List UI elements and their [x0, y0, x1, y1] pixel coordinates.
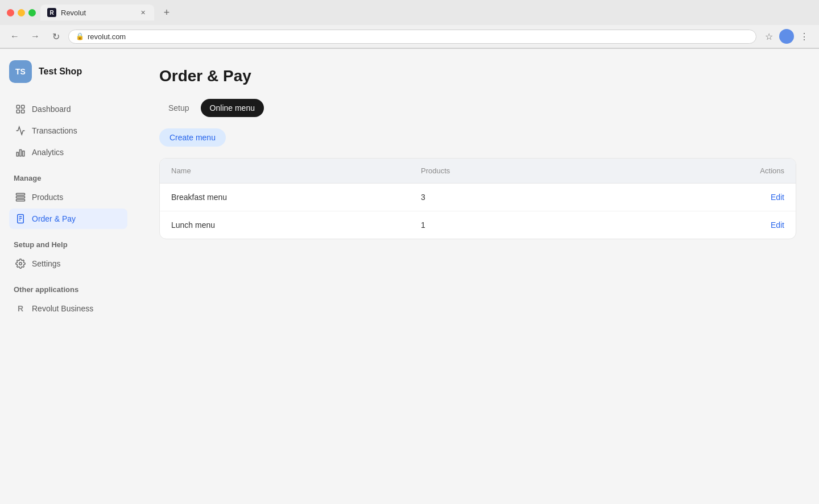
tab-setup[interactable]: Setup	[159, 99, 198, 117]
lock-icon: 🔒	[76, 32, 84, 40]
analytics-icon	[15, 147, 26, 158]
shop-name: Test Shop	[39, 66, 82, 77]
svg-rect-6	[23, 151, 24, 156]
dashboard-icon	[15, 103, 26, 115]
manage-section-label: Manage	[9, 174, 127, 182]
more-options-button[interactable]: ⋮	[796, 28, 812, 44]
traffic-lights	[7, 9, 36, 16]
sidebar-item-transactions-label: Transactions	[32, 126, 77, 135]
create-menu-button[interactable]: Create menu	[159, 128, 226, 147]
sidebar-item-transactions[interactable]: Transactions	[9, 120, 127, 141]
page-title: Order & Pay	[159, 67, 796, 85]
back-button[interactable]: ←	[7, 28, 23, 44]
row-1-edit-button[interactable]: Edit	[771, 220, 784, 230]
sidebar-item-analytics-label: Analytics	[32, 148, 64, 157]
svg-rect-5	[20, 150, 22, 156]
app-container: TS Test Shop Dashboard Transac	[0, 49, 819, 504]
setup-section-label: Setup and Help	[9, 240, 127, 249]
browser-tab[interactable]: R Revolut ✕	[40, 5, 154, 20]
sidebar-item-dashboard[interactable]: Dashboard	[9, 99, 127, 119]
browser-toolbar: ← → ↻ 🔒 revolut.com ☆ ⋮	[0, 25, 819, 48]
minimize-window-button[interactable]	[18, 9, 25, 16]
row-0-products: 3	[421, 193, 671, 202]
new-tab-button[interactable]: +	[159, 5, 175, 20]
tab-favicon: R	[47, 8, 56, 17]
svg-rect-1	[22, 105, 24, 108]
toolbar-actions: ☆ ⋮	[761, 28, 812, 44]
order-pay-icon	[15, 213, 26, 224]
table-row: Breakfast menu 3 Edit	[160, 184, 796, 211]
sidebar-item-revolut-business-label: Revolut Business	[32, 304, 93, 313]
other-section-label: Other applications	[9, 285, 127, 294]
row-0-actions: Edit	[671, 193, 784, 202]
sidebar-item-order-pay[interactable]: Order & Pay	[9, 209, 127, 229]
sidebar-item-order-pay-label: Order & Pay	[32, 214, 76, 223]
transactions-icon	[15, 125, 26, 136]
shop-avatar: TS	[9, 60, 32, 83]
tab-online-menu[interactable]: Online menu	[201, 99, 264, 117]
column-header-actions: Actions	[671, 166, 784, 175]
sidebar-item-settings-label: Settings	[32, 259, 61, 268]
svg-rect-2	[16, 110, 19, 113]
browser-chrome: R Revolut ✕ + ← → ↻ 🔒 revolut.com ☆ ⋮	[0, 0, 819, 49]
sidebar-item-analytics[interactable]: Analytics	[9, 142, 127, 163]
refresh-button[interactable]: ↻	[48, 28, 64, 44]
table-header: Name Products Actions	[160, 159, 796, 184]
row-0-name: Breakfast menu	[171, 193, 421, 202]
sidebar-item-revolut-business[interactable]: R Revolut Business	[9, 298, 127, 319]
tab-close-button[interactable]: ✕	[138, 8, 147, 17]
sidebar-item-products[interactable]: Products	[9, 187, 127, 207]
close-window-button[interactable]	[7, 9, 14, 16]
tab-title: Revolut	[61, 9, 86, 17]
forward-button[interactable]: →	[27, 28, 43, 44]
svg-rect-8	[16, 197, 25, 198]
row-1-products: 1	[421, 220, 671, 230]
browser-titlebar: R Revolut ✕ +	[0, 0, 819, 25]
svg-rect-9	[16, 199, 25, 201]
row-1-name: Lunch menu	[171, 220, 421, 230]
sidebar: TS Test Shop Dashboard Transac	[0, 49, 136, 504]
column-header-products: Products	[421, 166, 671, 175]
main-content: Order & Pay Setup Online menu Create men…	[136, 49, 819, 504]
sidebar-item-dashboard-label: Dashboard	[32, 105, 71, 114]
svg-rect-4	[16, 152, 18, 156]
svg-point-14	[19, 263, 22, 265]
address-bar[interactable]: 🔒 revolut.com	[68, 30, 756, 44]
row-0-edit-button[interactable]: Edit	[771, 193, 784, 202]
user-avatar-chrome[interactable]	[779, 29, 794, 44]
bookmark-button[interactable]: ☆	[761, 28, 777, 44]
url-text: revolut.com	[88, 32, 126, 41]
sidebar-item-products-label: Products	[32, 193, 63, 202]
row-1-actions: Edit	[671, 220, 784, 230]
products-icon	[15, 191, 26, 203]
table-row: Lunch menu 1 Edit	[160, 211, 796, 239]
tab-bar: Setup Online menu	[159, 99, 796, 117]
sidebar-item-settings[interactable]: Settings	[9, 253, 127, 274]
svg-rect-7	[16, 193, 25, 195]
menu-table: Name Products Actions Breakfast menu 3 E…	[159, 158, 796, 239]
maximize-window-button[interactable]	[28, 9, 36, 16]
revolut-icon: R	[15, 303, 26, 314]
column-header-name: Name	[171, 166, 421, 175]
settings-icon	[15, 258, 26, 269]
svg-rect-3	[22, 110, 24, 113]
shop-header: TS Test Shop	[9, 60, 127, 83]
svg-rect-0	[16, 105, 19, 108]
